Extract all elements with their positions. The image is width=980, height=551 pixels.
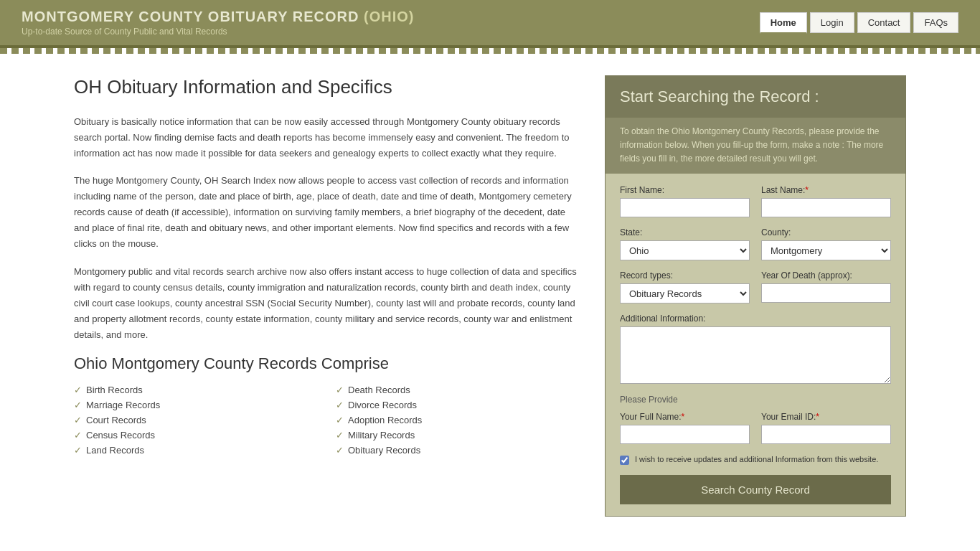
site-subtitle: Up-to-date Source of County Public and V… <box>22 27 414 37</box>
full-name-input[interactable] <box>620 425 750 444</box>
record-label: Birth Records <box>86 385 143 395</box>
contact-row: Your Full Name:* Your Email ID:* <box>620 412 891 444</box>
list-item: ✓ Military Records <box>336 430 583 441</box>
check-icon: ✓ <box>74 415 82 425</box>
state-group: State: Ohio Alabama Alaska <box>620 227 750 260</box>
list-item: ✓ Obituary Records <box>336 445 583 456</box>
year-of-death-input[interactable] <box>761 283 891 303</box>
additional-info-textarea[interactable] <box>620 326 891 384</box>
left-content: OH Obituary Information and Specifics Ob… <box>74 75 583 456</box>
county-group: County: Montgomery Hamilton Franklin <box>761 227 891 260</box>
check-icon: ✓ <box>336 400 344 410</box>
record-year-row: Record types: Obituary Records Birth Rec… <box>620 270 891 303</box>
main-heading: OH Obituary Information and Specifics <box>74 75 583 100</box>
name-row: First Name: Last Name:* <box>620 185 891 217</box>
nav-contact[interactable]: Contact <box>857 12 911 33</box>
nav-faqs[interactable]: FAQs <box>913 12 958 33</box>
record-types-group: Record types: Obituary Records Birth Rec… <box>620 270 750 303</box>
list-item: ✓ Marriage Records <box>74 400 321 410</box>
main-nav: Home Login Contact FAQs <box>760 12 958 34</box>
check-icon: ✓ <box>336 445 344 456</box>
record-label: Death Records <box>348 385 410 395</box>
newsletter-checkbox-label: I wish to receive updates and additional… <box>635 454 878 465</box>
email-label: Your Email ID:* <box>761 412 891 422</box>
panel-title: Start Searching the Record : <box>620 88 891 106</box>
list-item: ✓ Birth Records <box>74 385 321 395</box>
intro-para-2: The huge Montgomery County, OH Search In… <box>74 173 583 252</box>
panel-header: Start Searching the Record : <box>606 76 905 118</box>
record-types-label: Record types: <box>620 270 750 281</box>
main-container: OH Obituary Information and Specifics Ob… <box>60 54 920 538</box>
check-icon: ✓ <box>74 385 82 395</box>
last-name-label: Last Name:* <box>761 185 891 195</box>
record-label: Adoption Records <box>348 415 422 425</box>
search-county-record-button[interactable]: Search County Record <box>620 475 891 504</box>
dash-separator <box>0 48 980 54</box>
first-name-group: First Name: <box>620 185 750 217</box>
check-icon: ✓ <box>336 385 344 395</box>
records-list: ✓ Birth Records ✓ Death Records ✓ Marria… <box>74 385 583 456</box>
check-icon: ✓ <box>74 430 82 441</box>
panel-body: First Name: Last Name:* State: Ohio Alab… <box>606 174 905 516</box>
full-name-group: Your Full Name:* <box>620 412 750 444</box>
last-name-input[interactable] <box>761 198 891 217</box>
year-of-death-label: Year Of Death (approx): <box>761 270 891 281</box>
county-label: County: <box>761 227 891 237</box>
first-name-input[interactable] <box>620 198 750 217</box>
list-item: ✓ Land Records <box>74 445 321 456</box>
site-title: MONTGOMERY COUNTY OBITUARY RECORD (OHIO) <box>22 9 414 25</box>
record-label: Obituary Records <box>348 445 420 456</box>
record-label: Marriage Records <box>86 400 160 410</box>
please-provide-text: Please Provide <box>620 395 891 405</box>
email-input[interactable] <box>761 425 891 444</box>
state-select[interactable]: Ohio Alabama Alaska <box>620 240 750 260</box>
records-heading: Ohio Montgomery County Records Comprise <box>74 354 583 373</box>
state-county-row: State: Ohio Alabama Alaska County: Montg… <box>620 227 891 260</box>
header-branding: MONTGOMERY COUNTY OBITUARY RECORD (OHIO)… <box>22 9 414 37</box>
check-icon: ✓ <box>336 430 344 441</box>
search-form-panel: Start Searching the Record : To obtain t… <box>605 75 906 517</box>
check-icon: ✓ <box>74 445 82 456</box>
intro-para-3: Montgomery public and vital records sear… <box>74 264 583 343</box>
list-item: ✓ Divorce Records <box>336 400 583 410</box>
last-name-group: Last Name:* <box>761 185 891 217</box>
intro-para-1: Obituary is basically notice information… <box>74 114 583 161</box>
newsletter-checkbox[interactable] <box>620 456 629 465</box>
full-name-label: Your Full Name:* <box>620 412 750 422</box>
list-item: ✓ Court Records <box>74 415 321 425</box>
nav-home[interactable]: Home <box>760 12 807 34</box>
record-label: Court Records <box>86 415 146 425</box>
site-header: MONTGOMERY COUNTY OBITUARY RECORD (OHIO)… <box>0 0 980 48</box>
newsletter-checkbox-row: I wish to receive updates and additional… <box>620 454 891 465</box>
check-icon: ✓ <box>74 400 82 410</box>
record-label: Land Records <box>86 445 144 456</box>
panel-subtext: To obtain the Ohio Montgomery County Rec… <box>606 118 905 174</box>
list-item: ✓ Adoption Records <box>336 415 583 425</box>
check-icon: ✓ <box>336 415 344 425</box>
record-label: Military Records <box>348 430 415 441</box>
state-label: State: <box>620 227 750 237</box>
email-group: Your Email ID:* <box>761 412 891 444</box>
additional-info-group: Additional Information: <box>620 314 891 386</box>
nav-login[interactable]: Login <box>810 12 854 33</box>
record-label: Divorce Records <box>348 400 417 410</box>
county-select[interactable]: Montgomery Hamilton Franklin <box>761 240 891 260</box>
record-label: Census Records <box>86 430 155 441</box>
first-name-label: First Name: <box>620 185 750 195</box>
record-types-select[interactable]: Obituary Records Birth Records Death Rec… <box>620 283 750 303</box>
list-item: ✓ Death Records <box>336 385 583 395</box>
list-item: ✓ Census Records <box>74 430 321 441</box>
year-of-death-group: Year Of Death (approx): <box>761 270 891 303</box>
additional-info-label: Additional Information: <box>620 314 891 324</box>
